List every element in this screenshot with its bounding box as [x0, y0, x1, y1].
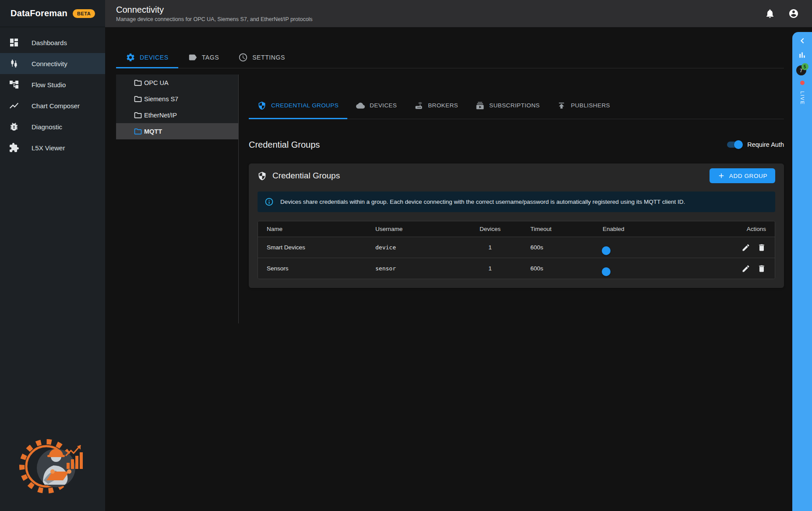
subtab-devices[interactable]: DEVICES	[347, 92, 406, 119]
sidebar-item-label: Dashboards	[32, 39, 67, 46]
column-header-actions: Actions	[681, 226, 775, 232]
account-avatar-icon[interactable]	[788, 8, 799, 19]
brand-row: DataForeman BETA	[0, 0, 105, 27]
group-username: sensor	[367, 265, 459, 272]
below-header: DEVICES TAGS SETTINGS	[105, 27, 812, 511]
live-label: LIVE	[800, 91, 805, 105]
tree-item-label: OPC UA	[144, 79, 169, 86]
protocol-tree: OPC UA Siemens S7	[116, 75, 238, 139]
gear-icon	[126, 53, 135, 62]
group-timeout: 600s	[522, 265, 594, 272]
app-root: DataForeman BETA Dashboards Connectivity	[0, 0, 812, 511]
tab-label: TAGS	[202, 54, 219, 61]
card-header: Credential Groups ADD GROUP	[249, 163, 784, 188]
sidebar-item-diagnostic[interactable]: Diagnostic	[0, 116, 105, 137]
subtab-credential-groups[interactable]: CREDENTIAL GROUPS	[249, 92, 347, 119]
folder-icon	[134, 78, 142, 87]
notifications-bell-icon[interactable]	[765, 8, 775, 19]
sidebar-logo	[0, 429, 105, 511]
sidebar-item-connectivity[interactable]: Connectivity	[0, 53, 105, 74]
tab-devices[interactable]: DEVICES	[116, 46, 178, 68]
delete-trash-icon[interactable]	[757, 243, 766, 252]
sidebar-nav: Dashboards Connectivity Flow Studio Char…	[0, 32, 105, 158]
active-subtab-indicator	[249, 118, 347, 119]
flow-tree-icon	[9, 79, 19, 90]
main-column: Connectivity Manage device connections f…	[105, 0, 812, 511]
table-header-row: Name Username Devices Timeout Enabled Ac…	[258, 221, 775, 237]
sidebar-spacer	[0, 158, 105, 429]
tab-tags[interactable]: TAGS	[178, 46, 229, 68]
tree-item-label: MQTT	[144, 128, 162, 135]
subtab-label: PUBLISHERS	[571, 102, 610, 109]
column-header-timeout: Timeout	[522, 226, 594, 232]
tab-settings[interactable]: SETTINGS	[229, 46, 295, 68]
sidebar-item-dashboards[interactable]: Dashboards	[0, 32, 105, 53]
sidebar-item-label: Flow Studio	[32, 81, 66, 89]
column-header-enabled: Enabled	[594, 226, 681, 232]
cable-icon	[9, 58, 19, 69]
subtab-publishers[interactable]: PUBLISHERS	[548, 92, 619, 119]
tree-item-label: EtherNet/IP	[144, 112, 177, 119]
sidebar-item-l5x-viewer[interactable]: L5X Viewer	[0, 137, 105, 158]
detail-column: CREDENTIAL GROUPS DEVICES	[239, 75, 784, 323]
group-timeout: 600s	[522, 244, 594, 251]
credential-groups-table: Name Username Devices Timeout Enabled Ac…	[258, 221, 775, 279]
column-header-devices: Devices	[459, 226, 522, 232]
brand-name: DataForeman	[11, 8, 67, 18]
group-devices-count: 1	[459, 244, 522, 251]
toggle-thumb	[734, 140, 743, 149]
bar-chart-icon[interactable]	[798, 50, 807, 60]
count-badge-secondary: 5	[801, 63, 808, 70]
subtab-label: BROKERS	[428, 102, 458, 109]
require-auth-label: Require Auth	[747, 141, 784, 148]
subtab-brokers[interactable]: BROKERS	[406, 92, 467, 119]
section-header: Credential Groups Require Auth	[249, 135, 784, 154]
add-group-button-label: ADD GROUP	[729, 173, 767, 179]
page-header: Connectivity Manage device connections f…	[105, 0, 812, 27]
group-actions	[681, 243, 775, 252]
status-badges: 7 5	[796, 63, 808, 75]
page-header-titles: Connectivity Manage device connections f…	[116, 5, 313, 22]
tree-item-opc-ua[interactable]: OPC UA	[116, 75, 238, 91]
shield-icon	[258, 101, 266, 110]
tree-item-ethernet-ip[interactable]: EtherNet/IP	[116, 107, 238, 123]
tree-item-mqtt[interactable]: MQTT	[116, 123, 238, 139]
folder-icon	[134, 127, 142, 136]
subscriptions-icon	[476, 101, 484, 110]
table-row: Sensors sensor 1 600s	[258, 258, 775, 279]
edit-pencil-icon[interactable]	[741, 243, 750, 252]
group-name: Smart Devices	[258, 244, 367, 251]
subtab-label: DEVICES	[370, 102, 397, 109]
page-subtitle: Manage device connections for OPC UA, Si…	[116, 16, 313, 22]
tab-label: DEVICES	[140, 54, 169, 61]
content-area: DEVICES TAGS SETTINGS	[105, 27, 792, 511]
tab-label: SETTINGS	[252, 54, 285, 61]
subtab-label: SUBSCRIPTIONS	[489, 102, 540, 109]
table-row: Smart Devices device 1 600s	[258, 237, 775, 258]
tree-item-siemens-s7[interactable]: Siemens S7	[116, 91, 238, 107]
sidebar-item-flow-studio[interactable]: Flow Studio	[0, 74, 105, 95]
foreman-logo-icon	[18, 429, 88, 499]
sidebar: DataForeman BETA Dashboards Connectivity	[0, 0, 105, 511]
folder-icon	[134, 95, 142, 103]
dashboard-grid-icon	[9, 37, 19, 48]
section-title: Credential Groups	[249, 140, 320, 150]
toggle-thumb	[602, 267, 611, 276]
delete-trash-icon[interactable]	[757, 264, 766, 273]
require-auth-toggle[interactable]	[727, 142, 742, 148]
subtab-label: CREDENTIAL GROUPS	[271, 102, 339, 109]
require-auth-control: Require Auth	[727, 141, 784, 148]
clock-icon	[238, 53, 248, 62]
page-title: Connectivity	[116, 5, 313, 15]
folder-icon	[134, 111, 142, 120]
chevron-left-icon[interactable]	[797, 35, 808, 46]
column-header-username: Username	[367, 226, 459, 232]
card-title: Credential Groups	[272, 171, 340, 181]
sidebar-item-chart-composer[interactable]: Chart Composer	[0, 95, 105, 116]
tree-item-label: Siemens S7	[144, 96, 178, 103]
sub-tab-bar: CREDENTIAL GROUPS DEVICES	[249, 92, 784, 119]
beta-badge: BETA	[73, 9, 95, 18]
edit-pencil-icon[interactable]	[741, 264, 750, 273]
add-group-button[interactable]: ADD GROUP	[710, 168, 775, 183]
subtab-subscriptions[interactable]: SUBSCRIPTIONS	[467, 92, 548, 119]
